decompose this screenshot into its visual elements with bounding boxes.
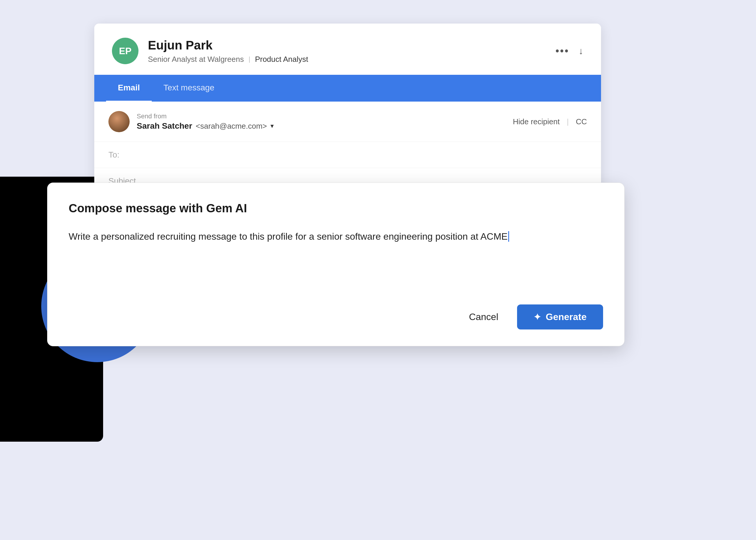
ai-modal-actions: Cancel ✦ Generate xyxy=(69,305,603,330)
cc-button[interactable]: CC xyxy=(576,117,587,126)
sender-left: Send from Sarah Satcher <sarah@acme.com>… xyxy=(108,111,274,132)
ai-compose-modal: Compose message with Gem AI Write a pers… xyxy=(47,183,625,346)
to-label: To: xyxy=(108,150,119,159)
generate-label: Generate xyxy=(546,312,587,323)
tab-text-message[interactable]: Text message xyxy=(152,75,226,101)
profile-subtitle: Senior Analyst at Walgreens | Product An… xyxy=(148,55,308,64)
sender-email: <sarah@acme.com> xyxy=(196,122,267,131)
profile-info: Eujun Park Senior Analyst at Walgreens |… xyxy=(148,38,308,64)
ai-modal-text: Write a personalized recruiting message … xyxy=(69,229,603,244)
to-row[interactable]: To: xyxy=(94,142,601,168)
profile-header: EP Eujun Park Senior Analyst at Walgreen… xyxy=(94,24,601,75)
sender-avatar xyxy=(108,111,130,132)
ai-modal-textarea-wrapper[interactable]: Write a personalized recruiting message … xyxy=(69,229,603,288)
sender-info: Send from Sarah Satcher <sarah@acme.com>… xyxy=(137,112,274,131)
send-from-label: Send from xyxy=(137,112,274,120)
profile-left: EP Eujun Park Senior Analyst at Walgreen… xyxy=(112,38,308,64)
hide-recipient-button[interactable]: Hide recipient xyxy=(513,117,560,126)
tab-email[interactable]: Email xyxy=(106,75,152,101)
generate-sparkle-icon: ✦ xyxy=(534,312,541,322)
text-cursor xyxy=(508,231,509,242)
ai-modal-prompt: Write a personalized recruiting message … xyxy=(69,231,508,242)
download-button[interactable]: ↓ xyxy=(579,46,583,57)
cancel-button[interactable]: Cancel xyxy=(460,306,508,328)
ai-modal-title: Compose message with Gem AI xyxy=(69,202,603,215)
sender-name-row: Sarah Satcher <sarah@acme.com> ▾ xyxy=(137,121,274,131)
sender-avatar-image xyxy=(108,111,130,132)
subtitle-divider: | xyxy=(249,55,251,63)
profile-actions: ••• ↓ xyxy=(555,45,583,57)
avatar: EP xyxy=(112,38,138,64)
sender-row: Send from Sarah Satcher <sarah@acme.com>… xyxy=(94,101,601,142)
more-options-button[interactable]: ••• xyxy=(555,45,569,57)
avatar-initials: EP xyxy=(119,46,132,57)
profile-title: Senior Analyst at Walgreens xyxy=(148,55,244,64)
profile-tag: Product Analyst xyxy=(255,55,308,64)
profile-name: Eujun Park xyxy=(148,38,308,53)
sender-right: Hide recipient | CC xyxy=(513,117,587,126)
sender-name: Sarah Satcher xyxy=(137,121,192,131)
email-tabs: Email Text message xyxy=(94,75,601,101)
sender-dropdown-arrow[interactable]: ▾ xyxy=(271,122,274,130)
generate-button[interactable]: ✦ Generate xyxy=(517,305,603,330)
